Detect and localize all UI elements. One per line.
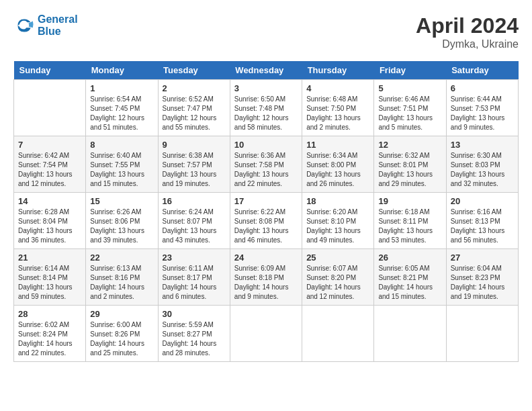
- calendar-cell: 4 Sunrise: 6:48 AMSunset: 7:50 PMDayligh…: [302, 80, 374, 136]
- day-info: Sunrise: 6:42 AMSunset: 7:54 PMDaylight:…: [18, 151, 81, 189]
- day-info: Sunrise: 6:32 AMSunset: 8:01 PMDaylight:…: [378, 151, 441, 189]
- day-number: 29: [90, 309, 153, 319]
- day-info: Sunrise: 6:40 AMSunset: 7:55 PMDaylight:…: [90, 151, 153, 189]
- calendar-cell: 27 Sunrise: 6:04 AMSunset: 8:23 PMDaylig…: [446, 249, 518, 306]
- day-info: Sunrise: 6:50 AMSunset: 7:48 PMDaylight:…: [234, 95, 298, 132]
- day-info: Sunrise: 6:38 AMSunset: 7:57 PMDaylight:…: [163, 151, 226, 189]
- day-number: 30: [163, 309, 226, 319]
- day-number: 20: [451, 196, 514, 206]
- day-info: Sunrise: 6:36 AMSunset: 7:58 PMDaylight:…: [234, 151, 298, 189]
- calendar-cell: 21 Sunrise: 6:14 AMSunset: 8:14 PMDaylig…: [14, 249, 86, 306]
- calendar-cell: [302, 306, 374, 362]
- calendar-cell: 10 Sunrise: 6:36 AMSunset: 7:58 PMDaylig…: [230, 136, 302, 193]
- day-number: 4: [306, 83, 369, 93]
- day-info: Sunrise: 6:09 AMSunset: 8:18 PMDaylight:…: [234, 264, 298, 302]
- day-number: 12: [378, 140, 441, 150]
- page-title: April 2024: [416, 13, 519, 38]
- calendar-cell: 20 Sunrise: 6:16 AMSunset: 8:13 PMDaylig…: [446, 193, 518, 249]
- calendar-cell: [374, 306, 446, 362]
- weekday-header-tuesday: Tuesday: [158, 61, 230, 80]
- day-number: 15: [90, 196, 153, 206]
- day-number: 16: [163, 196, 226, 206]
- calendar-cell: 22 Sunrise: 6:13 AMSunset: 8:16 PMDaylig…: [86, 249, 158, 306]
- day-number: 10: [234, 140, 298, 150]
- page-header: General Blue April 2024 Dymka, Ukraine: [13, 13, 519, 50]
- calendar-cell: 3 Sunrise: 6:50 AMSunset: 7:48 PMDayligh…: [230, 80, 302, 136]
- day-info: Sunrise: 6:13 AMSunset: 8:16 PMDaylight:…: [90, 264, 153, 302]
- calendar-cell: 11 Sunrise: 6:34 AMSunset: 8:00 PMDaylig…: [302, 136, 374, 193]
- day-info: Sunrise: 6:44 AMSunset: 7:53 PMDaylight:…: [451, 95, 514, 132]
- calendar-cell: [446, 306, 518, 362]
- day-info: Sunrise: 6:04 AMSunset: 8:23 PMDaylight:…: [451, 264, 514, 302]
- day-info: Sunrise: 6:22 AMSunset: 8:08 PMDaylight:…: [234, 208, 298, 245]
- day-number: 1: [90, 83, 153, 93]
- day-info: Sunrise: 6:30 AMSunset: 8:03 PMDaylight:…: [451, 151, 514, 189]
- day-number: 28: [18, 309, 81, 319]
- logo-text: General Blue: [38, 13, 78, 38]
- calendar-table: SundayMondayTuesdayWednesdayThursdayFrid…: [13, 61, 519, 362]
- calendar-cell: 16 Sunrise: 6:24 AMSunset: 8:07 PMDaylig…: [158, 193, 230, 249]
- weekday-header-monday: Monday: [86, 61, 158, 80]
- day-info: Sunrise: 6:46 AMSunset: 7:51 PMDaylight:…: [378, 95, 441, 132]
- calendar-cell: 24 Sunrise: 6:09 AMSunset: 8:18 PMDaylig…: [230, 249, 302, 306]
- day-number: 18: [306, 196, 369, 206]
- logo: General Blue: [13, 13, 78, 38]
- calendar-week-4: 21 Sunrise: 6:14 AMSunset: 8:14 PMDaylig…: [14, 249, 519, 306]
- day-number: 19: [378, 196, 441, 206]
- day-number: 24: [234, 253, 298, 263]
- calendar-cell: 5 Sunrise: 6:46 AMSunset: 7:51 PMDayligh…: [374, 80, 446, 136]
- day-info: Sunrise: 6:28 AMSunset: 8:04 PMDaylight:…: [18, 208, 81, 245]
- day-number: 23: [163, 253, 226, 263]
- calendar-cell: 18 Sunrise: 6:20 AMSunset: 8:10 PMDaylig…: [302, 193, 374, 249]
- day-info: Sunrise: 6:07 AMSunset: 8:20 PMDaylight:…: [306, 264, 369, 302]
- calendar-cell: [14, 80, 86, 136]
- day-number: 9: [163, 140, 226, 150]
- day-number: 3: [234, 83, 298, 93]
- day-number: 21: [18, 253, 81, 263]
- calendar-cell: 7 Sunrise: 6:42 AMSunset: 7:54 PMDayligh…: [14, 136, 86, 193]
- calendar-cell: 19 Sunrise: 6:18 AMSunset: 8:11 PMDaylig…: [374, 193, 446, 249]
- day-number: 13: [451, 140, 514, 150]
- weekday-header-wednesday: Wednesday: [230, 61, 302, 80]
- calendar-cell: 26 Sunrise: 6:05 AMSunset: 8:21 PMDaylig…: [374, 249, 446, 306]
- day-info: Sunrise: 6:54 AMSunset: 7:45 PMDaylight:…: [90, 95, 153, 132]
- calendar-cell: 14 Sunrise: 6:28 AMSunset: 8:04 PMDaylig…: [14, 193, 86, 249]
- calendar-cell: [230, 306, 302, 362]
- weekday-header-friday: Friday: [374, 61, 446, 80]
- day-info: Sunrise: 6:16 AMSunset: 8:13 PMDaylight:…: [451, 208, 514, 245]
- calendar-cell: 6 Sunrise: 6:44 AMSunset: 7:53 PMDayligh…: [446, 80, 518, 136]
- calendar-cell: 28 Sunrise: 6:02 AMSunset: 8:24 PMDaylig…: [14, 306, 86, 362]
- day-info: Sunrise: 6:02 AMSunset: 8:24 PMDaylight:…: [18, 320, 81, 358]
- day-info: Sunrise: 6:11 AMSunset: 8:17 PMDaylight:…: [163, 264, 226, 302]
- day-info: Sunrise: 6:34 AMSunset: 8:00 PMDaylight:…: [306, 151, 369, 189]
- calendar-cell: 17 Sunrise: 6:22 AMSunset: 8:08 PMDaylig…: [230, 193, 302, 249]
- calendar-week-5: 28 Sunrise: 6:02 AMSunset: 8:24 PMDaylig…: [14, 306, 519, 362]
- calendar-cell: 13 Sunrise: 6:30 AMSunset: 8:03 PMDaylig…: [446, 136, 518, 193]
- day-number: 7: [18, 140, 81, 150]
- calendar-cell: 12 Sunrise: 6:32 AMSunset: 8:01 PMDaylig…: [374, 136, 446, 193]
- day-number: 2: [163, 83, 226, 93]
- weekday-header-row: SundayMondayTuesdayWednesdayThursdayFrid…: [14, 61, 519, 80]
- day-number: 5: [378, 83, 441, 93]
- calendar-cell: 30 Sunrise: 5:59 AMSunset: 8:27 PMDaylig…: [158, 306, 230, 362]
- day-number: 14: [18, 196, 81, 206]
- calendar-cell: 23 Sunrise: 6:11 AMSunset: 8:17 PMDaylig…: [158, 249, 230, 306]
- logo-icon: [13, 15, 35, 36]
- day-info: Sunrise: 6:00 AMSunset: 8:26 PMDaylight:…: [90, 320, 153, 358]
- day-number: 17: [234, 196, 298, 206]
- weekday-header-saturday: Saturday: [446, 61, 518, 80]
- day-info: Sunrise: 6:26 AMSunset: 8:06 PMDaylight:…: [90, 208, 153, 245]
- day-info: Sunrise: 6:18 AMSunset: 8:11 PMDaylight:…: [378, 208, 441, 245]
- day-info: Sunrise: 6:05 AMSunset: 8:21 PMDaylight:…: [378, 264, 441, 302]
- day-number: 26: [378, 253, 441, 263]
- calendar-week-2: 7 Sunrise: 6:42 AMSunset: 7:54 PMDayligh…: [14, 136, 519, 193]
- title-block: April 2024 Dymka, Ukraine: [416, 13, 519, 50]
- day-info: Sunrise: 6:24 AMSunset: 8:07 PMDaylight:…: [163, 208, 226, 245]
- day-number: 22: [90, 253, 153, 263]
- day-info: Sunrise: 6:20 AMSunset: 8:10 PMDaylight:…: [306, 208, 369, 245]
- calendar-week-3: 14 Sunrise: 6:28 AMSunset: 8:04 PMDaylig…: [14, 193, 519, 249]
- day-number: 25: [306, 253, 369, 263]
- calendar-cell: 9 Sunrise: 6:38 AMSunset: 7:57 PMDayligh…: [158, 136, 230, 193]
- weekday-header-sunday: Sunday: [14, 61, 86, 80]
- calendar-cell: 25 Sunrise: 6:07 AMSunset: 8:20 PMDaylig…: [302, 249, 374, 306]
